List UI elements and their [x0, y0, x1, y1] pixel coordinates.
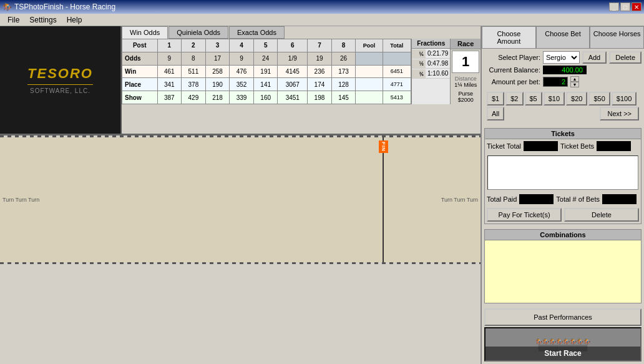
left-panel: TESORO SOFTWARE, LLC. Win Odds Quiniela …	[0, 26, 481, 364]
player-select[interactable]: Sergio	[543, 51, 580, 64]
finish-line	[383, 137, 384, 262]
right-panel: Choose Amount Choose Bet Choose Horses S…	[481, 26, 644, 364]
amount-50-button[interactable]: $50	[588, 92, 610, 106]
minimize-button[interactable]: _	[609, 2, 619, 11]
next-button[interactable]: Next >>	[600, 107, 639, 121]
maximize-button[interactable]: □	[620, 2, 630, 11]
amount-per-bet-input[interactable]	[543, 77, 568, 87]
fractions-header: Fractions	[412, 39, 450, 49]
odds-table: Post 1 2 3 4 5 6 7 8 Pool Total	[122, 39, 411, 104]
col-7: 7	[308, 39, 332, 52]
start-race-button[interactable]: 🏇🏇🏇🏇🏇🏇🏇🏇▓▓▓▓▓▓▓▓▓▓▓▓ Start Race	[484, 327, 642, 362]
col-post: Post	[122, 39, 158, 52]
balance-value: 400.00	[543, 66, 587, 74]
start-race-label: Start Race	[485, 347, 640, 360]
balance-row: Current Balance: 400.00	[484, 66, 642, 74]
col-3: 3	[205, 39, 230, 52]
amount-buttons: $1 $2 $5 $10 $20 $50 $100 All Next >>	[484, 89, 642, 123]
odds-tabs: Win Odds Quiniela Odds Exacta Odds	[122, 26, 481, 39]
col-2: 2	[182, 39, 206, 52]
turn-label-left: Turn Turn Turn	[2, 197, 39, 203]
ticket-bets-value	[597, 141, 631, 151]
tab-win-odds[interactable]: Win Odds	[122, 26, 168, 39]
table-row: Show 387 429 218 339 160 3451 198 145 54…	[122, 91, 411, 104]
bottom-section: Past Performances 🏇🏇🏇🏇🏇🏇🏇🏇▓▓▓▓▓▓▓▓▓▓▓▓ S…	[484, 308, 642, 362]
col-pool: Pool	[356, 39, 383, 52]
pay-ticket-button[interactable]: Pay For Ticket(s)	[487, 208, 562, 222]
track-main: Turn Turn Turn Turn Turn Turn FIN 🐎4 🐎2 …	[0, 137, 481, 262]
col-6: 6	[278, 39, 308, 52]
close-button[interactable]: ✕	[632, 2, 642, 11]
track-separator-bottom	[0, 262, 481, 264]
select-player-row: Select Player: Sergio Add Delete	[484, 51, 642, 64]
combinations-header: Combinations	[485, 230, 641, 240]
title-bar: 🏇 TSPhotoFinish - Horse Racing _ □ ✕	[0, 0, 644, 14]
main-content: TESORO SOFTWARE, LLC. Win Odds Quiniela …	[0, 26, 644, 364]
delete-player-button[interactable]: Delete	[609, 51, 642, 64]
ticket-totals-row: Ticket Total Ticket Bets	[485, 139, 641, 153]
amount-10-button[interactable]: $10	[544, 92, 565, 106]
tickets-section: Tickets Ticket Total Ticket Bets Total P…	[484, 128, 642, 224]
ticket-total-label: Ticket Total	[487, 142, 521, 150]
menu-settings[interactable]: Settings	[24, 14, 61, 26]
balance-label: Current Balance:	[484, 66, 540, 74]
amount-all-button[interactable]: All	[487, 107, 504, 121]
fraction-row-1: ¼ 0:21.79	[412, 49, 450, 59]
col-1: 1	[157, 39, 182, 52]
ticket-bets-label: Ticket Bets	[560, 142, 594, 150]
total-paid-label: Total Paid	[487, 195, 517, 203]
amount-100-button[interactable]: $100	[612, 92, 637, 106]
paid-row: Total Paid Total # of Bets	[485, 192, 641, 206]
race-distance: Distance 1¼ Miles	[451, 74, 481, 89]
spin-up-button[interactable]: ▲	[570, 76, 579, 82]
tab-exacta-odds[interactable]: Exacta Odds	[229, 26, 285, 39]
race-panel: Race 1 Distance 1¼ Miles Purse $2000	[450, 39, 481, 104]
amount-5-button[interactable]: $5	[525, 92, 542, 106]
amount-spinner: ▲ ▼	[570, 76, 579, 87]
total-bets-label: Total # of Bets	[556, 195, 600, 203]
combinations-section: Combinations	[484, 229, 642, 303]
delete-ticket-button[interactable]: Delete	[564, 208, 639, 222]
finish-flag: FIN	[379, 140, 388, 153]
logo-software: SOFTWARE, LLC.	[27, 87, 93, 94]
tickets-header: Tickets	[485, 129, 641, 139]
amount-1-button[interactable]: $1	[487, 92, 504, 106]
action-buttons: Pay For Ticket(s) Delete	[485, 206, 641, 224]
col-total: Total	[383, 39, 411, 52]
fraction-row-3: ¾ 1:10.60	[412, 69, 450, 79]
track-area: Turn Turn Turn Turn Turn Turn FIN 🐎4 🐎2 …	[0, 135, 481, 264]
amount-2-button[interactable]: $2	[505, 92, 523, 106]
tab-choose-bet[interactable]: Choose Bet	[536, 26, 590, 49]
total-bets-value	[602, 194, 637, 204]
col-4: 4	[230, 39, 254, 52]
menu-file[interactable]: File	[2, 14, 24, 26]
choose-tabs: Choose Amount Choose Bet Choose Horses	[482, 26, 644, 49]
select-player-label: Select Player:	[484, 54, 540, 61]
ticket-area	[487, 155, 638, 190]
race-purse: Purse $2000	[451, 89, 481, 104]
col-5: 5	[253, 39, 278, 52]
col-8: 8	[331, 39, 356, 52]
tab-choose-horses[interactable]: Choose Horses	[590, 26, 644, 49]
app-icon: 🏇	[2, 2, 12, 11]
amount-20-button[interactable]: $20	[566, 92, 587, 106]
window-title: TSPhotoFinish - Horse Racing	[14, 2, 115, 11]
table-row: Place 341 378 190 352 141 3067 174 128 4…	[122, 78, 411, 91]
player-section: Select Player: Sergio Add Delete Current…	[482, 49, 644, 125]
menu-bar: File Settings Help	[0, 14, 644, 26]
tab-quiniela-odds[interactable]: Quiniela Odds	[168, 26, 228, 39]
tables-area: Win Odds Quiniela Odds Exacta Odds Post …	[122, 26, 481, 134]
total-paid-value	[519, 194, 554, 204]
add-player-button[interactable]: Add	[582, 51, 607, 64]
past-performances-button[interactable]: Past Performances	[484, 308, 642, 326]
logo-area: TESORO SOFTWARE, LLC.	[0, 26, 122, 134]
amount-per-bet-label: Amount per bet:	[484, 78, 540, 86]
fraction-row-2: ½ 0:47.98	[412, 59, 450, 69]
spin-down-button[interactable]: ▼	[570, 82, 579, 87]
amount-per-bet-row: Amount per bet: ▲ ▼	[484, 76, 642, 87]
logo-tesoro: TESORO	[27, 66, 93, 82]
menu-help[interactable]: Help	[62, 14, 87, 26]
tab-choose-amount[interactable]: Choose Amount	[482, 26, 536, 49]
table-row: Win 461 511 258 476 191 4145 236 173 645…	[122, 65, 411, 78]
ticket-total-value	[524, 141, 558, 151]
